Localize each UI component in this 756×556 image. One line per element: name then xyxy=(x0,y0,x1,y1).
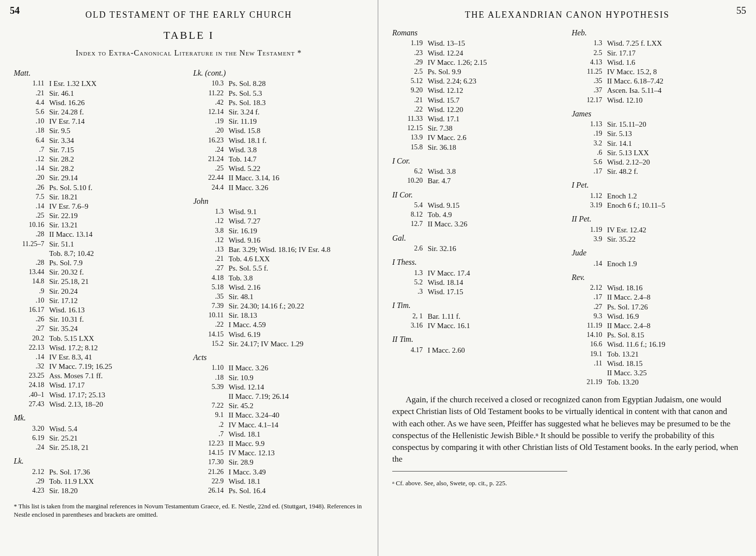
index-entry: .12Wisd. 9.16 xyxy=(193,236,364,245)
index-entry: .20Sir. 29.14 xyxy=(14,173,184,183)
verse-ref: 1.19 xyxy=(572,225,607,235)
citation: Bar. 3.29; Wisd. 18.16; IV Esr. 4.8 xyxy=(229,245,364,254)
verse-ref: .35 xyxy=(193,292,229,302)
citation: Sir. 18.21 xyxy=(49,193,184,202)
footnote-rule xyxy=(392,471,567,472)
index-entry: .7Wisd. 18.1 xyxy=(193,430,364,439)
citation: Tob. 14.7 xyxy=(229,155,364,164)
citation: Ps. Sol. 5.3 xyxy=(229,89,364,98)
index-entry: 21.19Tob. 13.20 xyxy=(572,378,742,387)
running-head-left: OLD TESTAMENT OF THE EARLY CHURCH xyxy=(14,10,364,20)
citation: Bar. 4.7 xyxy=(428,176,563,186)
right-column-1: Romans1.19Wisd. 13–15.23Wisd. 12.24.29IV… xyxy=(392,24,563,387)
citation: II Macc. 3.25 xyxy=(607,368,742,378)
table-subhead: Index to Extra-Canonical Literature in t… xyxy=(14,49,364,57)
index-entry: 14.15Wisd. 6.19 xyxy=(193,330,364,339)
index-entry: 12.14Sir. 3.24 f. xyxy=(193,108,364,117)
verse-ref: 13.9 xyxy=(392,133,428,142)
citation: Wisd. 9.15 xyxy=(428,201,563,210)
index-entry: .21Wisd. 15.7 xyxy=(392,96,563,105)
citation: Sir. 3.24 f. xyxy=(229,108,364,117)
citation: I Esr. 1.32 LXX xyxy=(49,79,184,88)
verse-ref: .17 xyxy=(572,293,607,302)
citation: Sir. 32.16 xyxy=(428,244,563,253)
verse-ref: 2.5 xyxy=(392,67,428,77)
verse-ref: 12.7 xyxy=(392,220,428,229)
index-entry: 5.18Wisd. 2.16 xyxy=(193,283,364,292)
citation: Sir. 3.34 xyxy=(49,136,184,145)
verse-ref: 1.13 xyxy=(572,120,607,129)
verse-ref: 1.11 xyxy=(14,79,49,88)
citation: Wisd. 18.1 xyxy=(229,477,364,486)
citation: Ps. Sol. 7.9 xyxy=(49,258,184,268)
verse-ref: .18 xyxy=(193,373,229,383)
book-heading: Heb. xyxy=(572,28,742,38)
index-entry: 2.6Sir. 32.16 xyxy=(392,244,563,253)
citation: Sir. 35.22 xyxy=(607,235,742,244)
index-entry: .2IV Macc. 4.1–14 xyxy=(193,420,364,430)
citation: Tob. 11.9 LXX xyxy=(49,477,184,486)
citation: IV Esr. 7.14 xyxy=(49,117,184,126)
citation: Sir. 25.18, 21 xyxy=(49,443,184,452)
verse-ref: 16.23 xyxy=(193,136,229,145)
citation: Sir. 10.31 f. xyxy=(49,315,184,324)
citation: Sir. 45.2 xyxy=(229,401,364,411)
citation: Wisd. 18.14 xyxy=(428,278,563,287)
citation: IV Macc. 16.1 xyxy=(428,321,563,331)
page-number-right: 55 xyxy=(736,5,746,16)
verse-ref: 5.39 xyxy=(193,383,229,392)
index-entry: .19Sir. 5.13 xyxy=(572,129,742,139)
index-entry: 3.16IV Macc. 16.1 xyxy=(392,321,563,331)
citation: Sir. 17.12 xyxy=(49,296,184,306)
citation: Wisd. 12.12 xyxy=(428,86,563,95)
index-entry: 3.2Sir. 14.1 xyxy=(572,139,742,148)
book-heading: II Pet. xyxy=(572,214,742,224)
citation: Wisd. 12.20 xyxy=(428,105,563,114)
index-entry: 17.30Sir. 28.9 xyxy=(193,458,364,467)
verse-ref: 1.3 xyxy=(193,207,229,217)
verse-ref: 3.2 xyxy=(572,139,607,148)
verse-ref: 1.3 xyxy=(392,269,428,278)
citation: Sir. 14.1 xyxy=(607,139,742,148)
verse-ref: .2 xyxy=(193,420,229,430)
citation: Wisd. 2.16 xyxy=(229,283,364,292)
index-entry: .11Wisd. 18.15 xyxy=(572,359,742,368)
citation: IV Macc. 2.6 xyxy=(428,133,563,142)
book-heading: Jude xyxy=(572,248,742,258)
citation: Tob. 3.8 xyxy=(229,274,364,283)
index-entry: .27Ps. Sol. 5.5 f. xyxy=(193,264,364,273)
verse-ref: 15.2 xyxy=(193,339,229,349)
index-entry: 24.18Wisd. 17.17 xyxy=(14,381,184,390)
index-entry: 3.20Wisd. 5.4 xyxy=(14,424,184,434)
citation: Wisd. 3.8 xyxy=(428,167,563,176)
citation: Sir. 18.13 xyxy=(229,311,364,320)
citation: Wisd. 12.24 xyxy=(428,49,563,58)
verse-ref: .27 xyxy=(14,324,49,334)
verse-ref: 2.12 xyxy=(14,468,49,477)
index-entry: 23.25Ass. Moses 7.1 ff. xyxy=(14,371,184,381)
citation: Wisd. 16.26 xyxy=(49,98,184,108)
index-entry: .10Sir. 17.12 xyxy=(14,296,184,306)
citation: Sir. 15.11–20 xyxy=(607,120,742,129)
citation: Wisd. 7.27 xyxy=(229,217,364,226)
citation: Wisd. 17.1 xyxy=(428,114,563,124)
citation: Sir. 7.15 xyxy=(49,145,184,155)
index-entry: 12.15Sir. 7.38 xyxy=(392,124,563,133)
verse-ref: .9 xyxy=(14,287,49,296)
citation: Ps. Sol. 17.36 xyxy=(49,468,184,477)
index-entry: 22.13Wisd. 17.2; 8.12 xyxy=(14,343,184,353)
citation: Wisd. 5.4 xyxy=(49,424,184,434)
citation: Wisd. 2.12–20 xyxy=(607,158,742,167)
verse-ref: .25 xyxy=(14,211,49,221)
index-entry: .26Ps. Sol. 5.10 f. xyxy=(14,183,184,193)
citation: Ps. Sol. 18.3 xyxy=(229,98,364,108)
verse-ref: 21.24 xyxy=(193,155,229,164)
verse-ref: 5.2 xyxy=(392,278,428,287)
citation: Wisd. 9.1 xyxy=(229,207,364,217)
citation: Sir. 7.38 xyxy=(428,124,563,133)
index-entry: .17Sir. 48.2 f. xyxy=(572,167,742,176)
index-entry: 1.12Enoch 1.2 xyxy=(572,192,742,201)
verse-ref: .11 xyxy=(572,359,607,368)
verse-ref: 12.15 xyxy=(392,124,428,133)
verse-ref: 12.17 xyxy=(572,96,607,105)
